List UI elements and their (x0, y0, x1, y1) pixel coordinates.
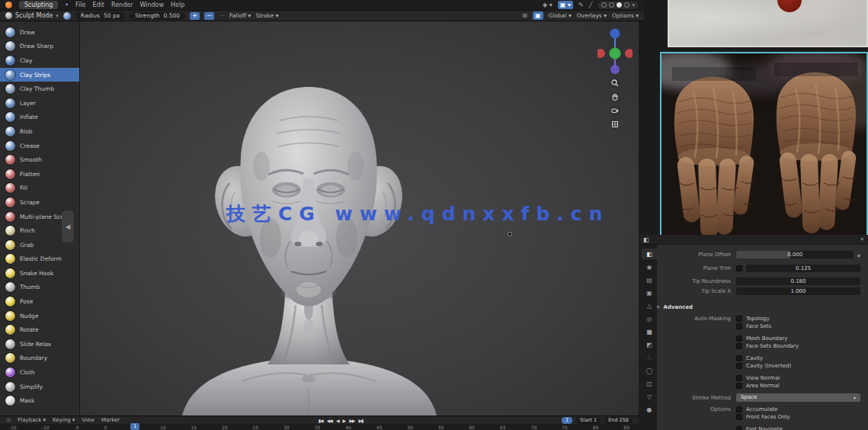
shading-dropdown-caret[interactable]: ▾ (632, 2, 635, 8)
brush-list-item[interactable]: Thumb (0, 281, 79, 295)
shading-mode-icon[interactable] (624, 2, 629, 8)
stroke-method-dropdown[interactable]: Space ▾ (736, 393, 860, 402)
brush-list-item[interactable]: Clay Thumb (0, 82, 79, 96)
brush-list-item[interactable]: Clay Strips (0, 68, 79, 82)
brush-preview-icon[interactable] (63, 12, 71, 20)
blender-logo-icon[interactable] (5, 2, 12, 8)
properties-tab[interactable]: △ (642, 300, 657, 311)
advanced-section-header[interactable]: ▾ Advanced (657, 300, 860, 310)
tool-dropdown[interactable]: Stroke ▾ (255, 12, 278, 19)
brush-list-item[interactable]: Pose (0, 294, 79, 309)
properties-tab[interactable]: ◯ (642, 365, 657, 376)
tool-dropdown[interactable]: Falloff ▾ (229, 12, 251, 19)
brush-list-item[interactable]: Inflate (0, 111, 79, 125)
checkbox[interactable]: ✓ (736, 406, 742, 412)
viewport-toggle-icon[interactable]: ⊞ (522, 11, 527, 20)
brush-list-item[interactable]: Elastic Deform (0, 252, 79, 267)
viewport-dropdown[interactable]: Options ▾ (612, 12, 639, 19)
properties-collapse-icon[interactable]: ▾ (860, 236, 863, 242)
topbar-menu[interactable]: Render (111, 2, 133, 8)
timeline-menu[interactable]: Marker (101, 417, 120, 423)
checkbox[interactable]: ✓ (736, 316, 742, 322)
brush-list-item[interactable]: Crease (0, 139, 79, 153)
zoom-icon[interactable] (610, 78, 620, 88)
radius-field[interactable]: Radius50 px (75, 12, 125, 20)
topbar-tool-icon[interactable]: ◈ ▾ (543, 1, 553, 9)
brush-list-item[interactable]: Rotate (0, 322, 79, 337)
brush-list-item[interactable]: Clay (0, 53, 79, 68)
checkbox[interactable]: ✓ (736, 375, 742, 381)
topbar-menu[interactable]: Help (171, 2, 184, 8)
topbar-tool-icon[interactable]: ╱ (589, 1, 593, 9)
mode-selector[interactable]: Sculpt Mode ▾ (5, 12, 59, 19)
frame-start-field[interactable]: Start 1 (576, 417, 601, 424)
checkbox[interactable]: ✓ (736, 383, 742, 389)
axis-gizmo-icon[interactable] (597, 26, 633, 75)
brush-list-item[interactable]: Blob (0, 124, 79, 139)
shading-mode-icon[interactable] (617, 2, 622, 8)
brush-list-item[interactable]: Boundary (0, 351, 79, 366)
tip-scale-field[interactable]: 1.000 (736, 287, 860, 295)
checkbox[interactable]: ✓ (736, 414, 742, 420)
brush-list-item[interactable]: Slide Relax (0, 337, 79, 351)
reference-image-hands[interactable] (660, 52, 868, 236)
checkbox[interactable]: ✓ (736, 323, 742, 329)
brush-list-item[interactable]: Layer (0, 96, 79, 111)
brush-list-item[interactable]: Snake Hook (0, 266, 79, 281)
brush-list-item[interactable]: Flatten (0, 167, 79, 181)
plane-trim-distance-field[interactable]: 0.125 (746, 265, 860, 272)
checkbox[interactable]: ✓ (736, 343, 742, 349)
viewport-dropdown[interactable]: Overlays ▾ (577, 12, 607, 19)
panel-collapse-arrow[interactable]: ◀ (62, 210, 74, 242)
topbar-menu[interactable]: Window (139, 2, 164, 8)
plane-trim-checkbox[interactable]: ✓ (736, 265, 742, 271)
timeline-menu[interactable]: Playback ▾ (18, 417, 46, 423)
brush-list-item[interactable]: Draw Sharp (0, 40, 79, 54)
tip-roundness-field[interactable]: 0.180 (736, 278, 860, 285)
frame-end-field[interactable]: End 250 (604, 417, 633, 424)
topbar-menu[interactable]: File (75, 2, 85, 8)
viewport-dropdown[interactable]: Global ▾ (549, 12, 572, 19)
current-frame-marker[interactable]: 1 (130, 423, 139, 430)
strength-field[interactable]: Strength0.500 (130, 12, 185, 20)
transport-button[interactable]: ◀◀ (327, 418, 332, 423)
brush-list-item[interactable]: Draw (0, 25, 79, 40)
properties-tab[interactable]: ◧ (642, 249, 657, 259)
pan-hand-icon[interactable] (610, 91, 620, 102)
topbar-tool-icon[interactable]: ✎ (578, 1, 584, 9)
properties-tab[interactable]: ■ (642, 326, 657, 337)
brush-list-item[interactable]: Fill (0, 181, 79, 196)
properties-tab[interactable]: ◉ (642, 262, 657, 272)
properties-tab[interactable]: ∴ (642, 352, 657, 363)
topbar-tool-icon[interactable]: ▣ ▾ (558, 1, 573, 9)
transport-button[interactable]: ▶▮ (358, 418, 363, 423)
camera-view-icon[interactable] (610, 105, 620, 116)
properties-tab[interactable]: ◫ (642, 378, 657, 389)
properties-tab[interactable]: ◩ (642, 339, 657, 350)
topbar-menu[interactable]: Edit (92, 2, 104, 8)
brush-list-item[interactable]: Scrape (0, 195, 79, 210)
workspace-tab-sculpting[interactable]: Sculpting (19, 1, 58, 9)
brush-list-item[interactable]: Mask (0, 393, 79, 408)
timeline-menu[interactable]: Keying ▾ (53, 417, 75, 423)
brush-list-item[interactable]: Cloth (0, 365, 79, 380)
checkbox[interactable]: ✓ (736, 363, 742, 369)
timeline-ruler[interactable]: -15-10-505101520253035404550556065707580… (0, 424, 639, 430)
plane-offset-slider[interactable]: 0.000 (736, 251, 854, 258)
checkbox[interactable]: ✓ (736, 426, 742, 430)
properties-tab[interactable]: ● (642, 404, 657, 415)
timeline-editor-icon[interactable]: ◷ (6, 417, 11, 423)
checkbox[interactable]: ✓ (736, 335, 742, 342)
properties-tab[interactable]: ▣ (642, 287, 657, 298)
transport-button[interactable]: ▮◀ (319, 418, 323, 423)
viewport-3d[interactable]: 技艺CG www.qdnxxfb.cn (80, 21, 639, 416)
timeline-menu[interactable]: View (82, 417, 94, 423)
direction-plus-button[interactable]: + (190, 12, 200, 20)
shading-mode-icon[interactable] (609, 2, 614, 8)
current-frame-field[interactable]: 1 (562, 417, 572, 424)
transport-button[interactable]: ▶▶ (349, 418, 354, 423)
brush-list-item[interactable]: Simplify (0, 380, 79, 394)
perspective-toggle-icon[interactable] (610, 119, 620, 130)
transport-button[interactable]: ◀ (336, 418, 339, 423)
transport-button[interactable]: ▶ (343, 418, 346, 423)
